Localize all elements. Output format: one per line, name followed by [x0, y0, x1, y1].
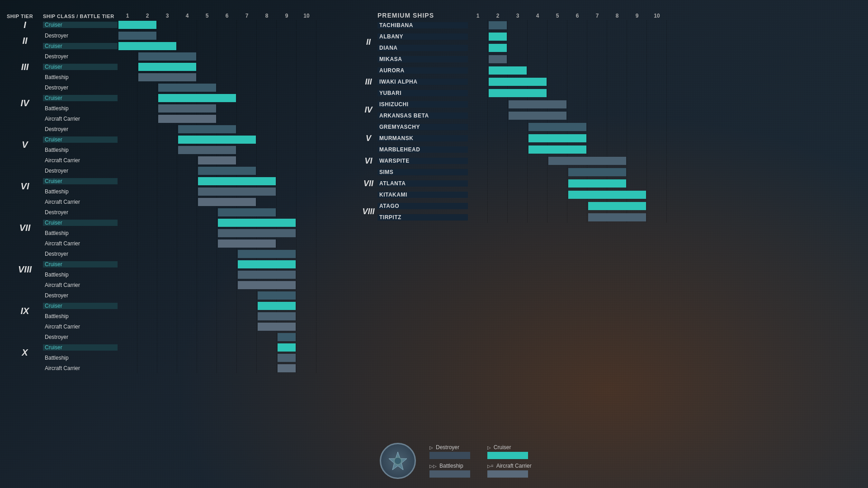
battle-tier-headers: 1 2 3 4 5 6 7 8 9 10 [118, 13, 316, 19]
bar-fill [198, 188, 276, 196]
prem-ship-row: GREMYASCHY [377, 122, 861, 132]
right-table: PREMIUM SHIPS 1 2 3 4 5 6 7 8 9 10 IITAC… [359, 5, 861, 374]
prem-tier-group-II: IITACHIBANAALBANYDIANAMIKASA [359, 20, 861, 65]
class-name: Aircraft Carrier [43, 282, 118, 288]
prem-bar-fill [528, 123, 586, 131]
right-tier-rows: IITACHIBANAALBANYDIANAMIKASAIIIAURORAIWA… [359, 20, 861, 223]
class-name: Cruiser [43, 220, 118, 226]
class-name: Aircraft Carrier [43, 324, 118, 330]
bar-fill [178, 136, 256, 144]
legend-carrier: ▷= Aircraft Carrier [487, 463, 532, 478]
bar-fill [158, 94, 236, 102]
bar-fill [118, 42, 176, 50]
bar-fill [258, 291, 296, 300]
prem-tier-group-III: IIIAURORAIWAKI ALPHAYUBARI [359, 65, 861, 99]
class-row: Aircraft Carrier [43, 239, 350, 249]
prem-ship-row: ISHIZUCHI [377, 99, 861, 110]
legend-carrier-bar [487, 470, 528, 478]
bt-9: 9 [277, 13, 297, 19]
legend-destroyer-label: Destroyer [436, 444, 459, 450]
class-name: Destroyer [43, 126, 118, 132]
prem-tier-group-VIII: VIIIATAGOTIRPITZ [359, 201, 861, 223]
class-row: Destroyer [43, 52, 350, 61]
prem-bar-fill [528, 134, 586, 142]
prem-ship-name: MIKASA [377, 56, 468, 62]
class-row: Battleship [43, 187, 350, 197]
bar-fill [178, 125, 236, 133]
class-name: Destroyer [43, 84, 118, 91]
prem-ship-name: AURORA [377, 67, 468, 74]
bar-fill [118, 32, 156, 40]
class-row: Battleship [43, 311, 350, 321]
class-name: Aircraft Carrier [43, 365, 118, 371]
class-row: Aircraft Carrier [43, 114, 350, 124]
prem-tier-label-IV: IV [359, 99, 377, 121]
class-row: Cruiser [43, 93, 350, 103]
prem-ship-name: TACHIBANA [377, 22, 468, 28]
class-row: Aircraft Carrier [43, 197, 350, 207]
legend-cruiser: ▷ Cruiser [487, 444, 532, 459]
class-name: Destroyer [43, 53, 118, 60]
bt-6: 6 [217, 13, 237, 19]
prem-tier-label-V: V [359, 122, 377, 155]
bar-fill [278, 354, 296, 362]
tier-label-IV: IV [7, 83, 43, 124]
legend-destroyer: ▷ Destroyer [429, 444, 474, 459]
legend-cruiser-bar [487, 452, 528, 459]
legend-cruiser-label: Cruiser [494, 444, 511, 450]
class-name: Destroyer [43, 334, 118, 340]
bar-fill [278, 364, 296, 372]
tier-label-X: X [7, 332, 43, 373]
prem-bar-fill [489, 89, 547, 97]
tier-label-IX: IX [7, 291, 43, 332]
prem-ship-row: MIKASA [377, 54, 861, 65]
tier-label-I: I [7, 20, 43, 30]
prem-ship-row: MURMANSK [377, 133, 861, 144]
svg-point-1 [394, 457, 401, 465]
tier-group-V: VDestroyerCruiserBattleshipAircraft Carr… [7, 124, 350, 165]
prem-ship-name: IWAKI ALPHA [377, 79, 468, 85]
prem-tier-label-II: II [359, 20, 377, 65]
class-name: Battleship [43, 147, 118, 153]
prem-battle-headers: 1 2 3 4 5 6 7 8 9 10 [468, 13, 667, 19]
tier-label-VIII: VIII [7, 249, 43, 290]
bar-fill [178, 146, 236, 154]
prem-bar-fill [568, 168, 626, 176]
class-name: Battleship [43, 105, 118, 112]
prem-ship-name: SIMS [377, 169, 468, 175]
bar-fill [118, 21, 156, 29]
legend-destroyer-bar [429, 452, 470, 459]
class-name: Aircraft Carrier [43, 240, 118, 247]
prem-ship-name: TIRPITZ [377, 214, 468, 221]
tier-label-II: II [7, 31, 43, 51]
class-name: Battleship [43, 74, 118, 80]
legend-battleship: ▷▷ Battleship [429, 463, 474, 478]
class-row: Cruiser [43, 62, 350, 72]
class-name: Cruiser [43, 22, 118, 28]
class-name: Destroyer [43, 168, 118, 174]
prem-tier-group-VI: VIWARSPITE [359, 155, 861, 166]
class-name: Aircraft Carrier [43, 116, 118, 122]
prem-ship-row: ATLANTA [377, 178, 861, 189]
bar-fill [198, 177, 276, 185]
prem-bar-fill [489, 66, 527, 75]
legend: ▷ Destroyer ▷ Cruiser ▷▷ Battleship ▷= A… [380, 443, 532, 479]
tier-label-V: V [7, 124, 43, 165]
prem-tier-label-VI: VI [359, 155, 377, 166]
prem-bar-fill [489, 55, 507, 63]
prem-ship-name: ISHIZUCHI [377, 101, 468, 108]
class-row: Cruiser [43, 176, 350, 186]
class-row: Destroyer [43, 31, 350, 41]
class-name: Aircraft Carrier [43, 199, 118, 205]
class-row: Battleship [43, 103, 350, 113]
class-row: Destroyer [43, 332, 350, 342]
prem-tier-group-IV: IVISHIZUCHIARKANSAS BETA [359, 99, 861, 121]
class-name: Cruiser [43, 64, 118, 70]
prem-ship-row: ALBANY [377, 31, 861, 42]
class-name: Destroyer [43, 33, 118, 39]
class-row: Destroyer [43, 124, 350, 134]
bar-fill [218, 229, 296, 237]
prem-tier-label-VII: VII [359, 167, 377, 200]
class-name: Cruiser [43, 43, 118, 49]
class-row: Destroyer [43, 249, 350, 259]
